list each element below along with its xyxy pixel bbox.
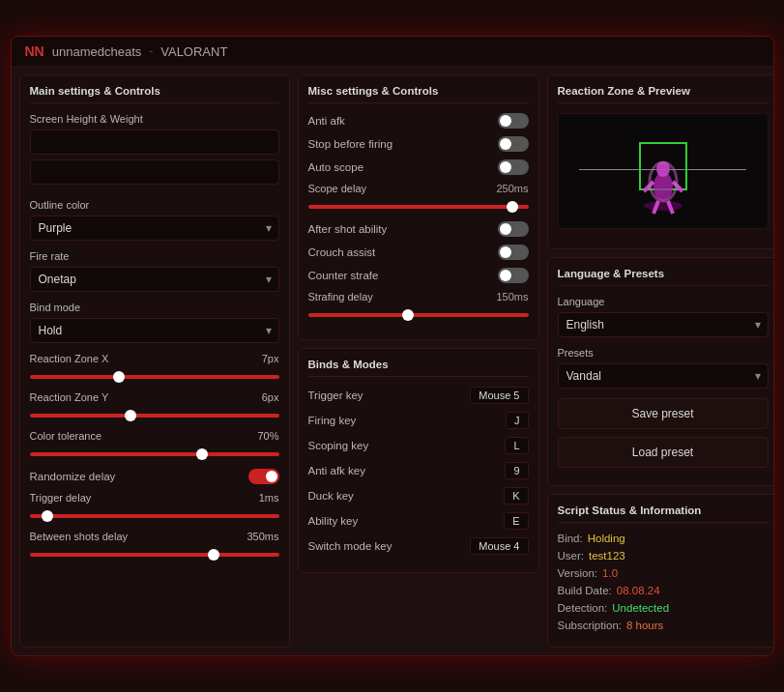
after-shot-ability-label: After shot ability [308,223,388,235]
randomize-delay-label: Randomize delay [30,471,116,482]
ability-key-row: Ability key E [308,512,529,530]
main-settings-title: Main settings & Controls [30,85,279,103]
strafing-delay-value: 150ms [496,291,528,303]
height-input[interactable]: 1080 [30,159,279,185]
color-tolerance-slider[interactable] [30,452,279,456]
fire-rate-select-wrapper: Onetap Full auto Burst [30,267,279,292]
detection-value: Undetected [612,602,669,614]
reaction-preview [558,113,769,229]
width-input[interactable]: 1920 [30,130,279,155]
duck-key-badge: K [504,487,528,505]
scope-delay-row: Scope delay 250ms [308,183,529,194]
bind-label: Bind: [558,533,583,544]
language-label: Language [558,296,769,307]
counter-strafe-toggle[interactable] [498,268,529,283]
stop-before-firing-toggle[interactable] [498,136,529,152]
version-label: Version: [558,567,598,579]
firing-key-row: Firing key J [308,412,529,429]
version-value: 1.0 [602,567,618,579]
fire-rate-select[interactable]: Onetap Full auto Burst [30,267,279,292]
between-shots-container: Between shots delay 350ms [30,531,279,560]
between-shots-slider[interactable] [30,553,279,557]
scoping-key-badge: L [505,437,528,454]
anti-afk-key-row: Anti afk key 9 [308,462,529,479]
reaction-zone-x-value: 7px [262,353,279,364]
save-preset-button[interactable]: Save preset [558,398,769,429]
scoping-key-label: Scoping key [308,440,369,451]
between-shots-row: Between shots delay 350ms [30,531,279,542]
user-label: User: [558,550,584,562]
after-shot-ability-row: After shot ability [308,221,529,237]
separator: - [149,44,153,58]
misc-settings-panel: Misc settings & Controls Anti afk Stop b… [298,74,539,340]
reaction-zone-y-slider[interactable] [30,414,279,418]
bind-mode-select-wrapper: Hold Toggle Always [30,318,279,343]
after-shot-ability-toggle[interactable] [498,221,529,237]
load-preset-button[interactable]: Load preset [558,437,769,468]
outline-color-group: Outline color Purple Red Blue Green Whit… [30,199,279,241]
presets-group: Presets Vandal Phantom Operator Sheriff [558,347,769,389]
outline-color-select[interactable]: Purple Red Blue Green White [30,216,279,241]
language-group: Language English Russian Chinese Spanish [558,296,769,337]
anti-afk-key-label: Anti afk key [308,465,365,476]
duck-key-row: Duck key K [308,487,529,505]
middle-column: Misc settings & Controls Anti afk Stop b… [298,74,539,648]
ability-key-label: Ability key [308,515,359,527]
anti-afk-label: Anti afk [308,115,345,127]
counter-strafe-label: Counter strafe [308,270,379,281]
subscription-status-row: Subscription: 8 hours [558,620,769,631]
reaction-zone-x-label: Reaction Zone X [30,353,109,364]
auto-scope-toggle[interactable] [498,159,529,175]
logo: NN [25,43,44,59]
reaction-zone-y-value: 6px [262,391,279,403]
switch-mode-key-badge: Mouse 4 [470,537,528,555]
trigger-key-row: Trigger key Mouse 5 [308,387,529,404]
presets-label: Presets [558,347,769,359]
randomize-delay-row: Randomize delay [30,469,279,484]
reaction-zone-x-slider[interactable] [30,375,279,379]
trigger-delay-value: 1ms [259,492,279,504]
switch-mode-key-label: Switch mode key [308,540,392,552]
build-date-status-row: Build Date: 08.08.24 [558,585,769,596]
language-presets-panel: Language & Presets Language English Russ… [547,257,774,486]
strafing-delay-slider[interactable] [308,313,529,317]
language-presets-title: Language & Presets [558,268,769,286]
language-select-wrapper: English Russian Chinese Spanish [558,312,769,337]
color-tolerance-container: Color tolerance 70% [30,430,279,459]
crouch-assist-toggle[interactable] [498,245,529,260]
subscription-value: 8 hours [626,620,663,631]
main-settings-panel: Main settings & Controls Screen Height &… [19,74,290,648]
binds-modes-panel: Binds & Modes Trigger key Mouse 5 Firing… [298,348,539,573]
detection-status-row: Detection: Undetected [558,602,769,614]
reaction-zone-x-container: Reaction Zone X 7px [30,353,279,382]
strafing-delay-row: Strafing delay 150ms [308,291,529,303]
reaction-zone-y-label: Reaction Zone Y [30,391,109,403]
language-select[interactable]: English Russian Chinese Spanish [558,312,769,337]
presets-select[interactable]: Vandal Phantom Operator Sheriff [558,363,769,389]
bind-status-row: Bind: Holding [558,533,769,544]
script-status-panel: Script Status & Information Bind: Holdin… [547,494,774,648]
randomize-delay-toggle[interactable] [248,469,279,484]
reaction-zone-title: Reaction Zone & Preview [558,85,769,103]
screen-size-label: Screen Height & Weight [30,113,279,125]
scope-delay-label: Scope delay [308,183,367,194]
build-date-value: 08.08.24 [617,585,660,596]
trigger-delay-row: Trigger delay 1ms [30,492,279,504]
color-tolerance-label: Color tolerance [30,430,102,442]
duck-key-label: Duck key [308,490,354,502]
fire-rate-label: Fire rate [30,250,279,262]
trigger-delay-slider[interactable] [30,514,279,518]
detection-label: Detection: [558,602,608,614]
anti-afk-toggle[interactable] [498,113,529,129]
reaction-zone-y-container: Reaction Zone Y 6px [30,391,279,420]
script-status-title: Script Status & Information [558,505,769,523]
stop-before-firing-label: Stop before firing [308,138,393,150]
scope-delay-slider[interactable] [308,205,529,209]
reaction-zone-panel: Reaction Zone & Preview [547,74,774,249]
ability-key-badge: E [504,512,528,530]
user-status-row: User: test123 [558,550,769,562]
between-shots-label: Between shots delay [30,531,129,542]
scoping-key-row: Scoping key L [308,437,529,454]
bind-mode-select[interactable]: Hold Toggle Always [30,318,279,343]
strafing-delay-label: Strafing delay [308,291,373,303]
